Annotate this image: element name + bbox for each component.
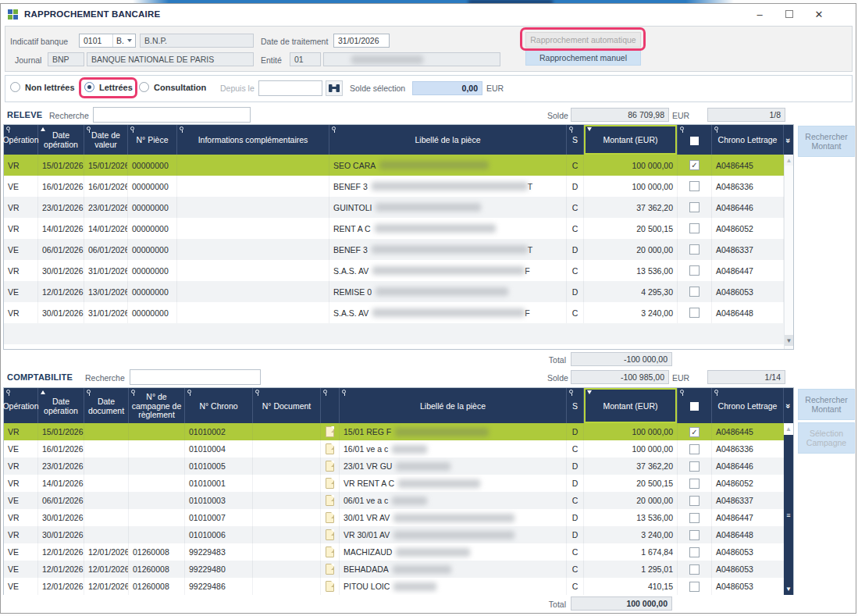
col-header-document-no[interactable]: N° Document <box>253 388 321 423</box>
releve-scrollbar[interactable]: ▲ ▼ <box>784 155 793 349</box>
col-header-chrono-no[interactable]: N° Chrono <box>185 388 253 423</box>
document-icon[interactable] <box>326 478 334 489</box>
col-header-s[interactable]: S <box>567 388 584 423</box>
col-header-montant[interactable]: Montant (EUR) <box>584 388 678 423</box>
document-icon[interactable] <box>326 426 334 437</box>
col-header-select-all[interactable] <box>678 125 712 155</box>
scroll-up-button[interactable]: ▲ <box>784 423 793 435</box>
scroll-down-button[interactable]: ▼ <box>785 335 793 346</box>
row-checkbox[interactable] <box>689 202 700 212</box>
table-row[interactable]: VR 30/01/2026 01010007 30/01 VR AV D 13 … <box>4 509 793 526</box>
date-traitement-field[interactable]: 31/01/2026 <box>333 34 390 48</box>
table-row[interactable]: VE 12/01/2026 12/01/2026 01260008 992294… <box>4 578 793 595</box>
radio-consultation-label[interactable]: Consultation <box>154 83 206 92</box>
row-checkbox[interactable] <box>689 444 700 454</box>
select-all-checkbox[interactable] <box>690 402 699 411</box>
table-row[interactable]: VR 30/01/2026 31/01/2026 00000000 S.A.S.… <box>4 302 793 323</box>
col-header-operation[interactable]: Opération <box>4 388 38 423</box>
close-button[interactable]: ✕ <box>807 6 831 22</box>
scroll-down-button[interactable]: ▼ <box>784 583 793 594</box>
col-header-date-valeur[interactable]: Date de valeur <box>84 125 128 155</box>
col-header-date-document[interactable]: Date document <box>84 388 129 423</box>
col-header-libelle[interactable]: Libellé de la pièce <box>340 388 567 423</box>
col-header-select-all[interactable] <box>678 388 712 423</box>
row-checkbox[interactable] <box>689 160 700 170</box>
row-checkbox[interactable] <box>689 223 700 233</box>
row-checkbox[interactable] <box>689 265 700 276</box>
table-row[interactable]: VE 12/01/2026 12/01/2026 01260008 992294… <box>4 543 793 561</box>
row-checkbox[interactable] <box>689 547 700 557</box>
document-icon[interactable] <box>326 443 334 454</box>
col-header-document-icon[interactable] <box>321 388 340 423</box>
releve-rechercher-montant-button[interactable]: Rechercher Montant <box>798 126 855 157</box>
table-row[interactable]: VR 23/01/2026 01010005 23/01 VR GU D 37 … <box>4 458 793 475</box>
row-checkbox[interactable] <box>689 513 700 523</box>
col-header-campagne[interactable]: N° de campagne de règlement <box>129 388 185 423</box>
table-row[interactable]: VR 30/01/2026 31/01/2026 00000000 S.A.S.… <box>4 260 793 281</box>
document-icon[interactable] <box>326 512 334 523</box>
row-checkbox[interactable] <box>689 479 700 489</box>
scroll-thumb[interactable]: ≡ <box>784 435 793 595</box>
compta-scrollbar[interactable]: ▲ ≡ ▼ <box>784 423 793 595</box>
radio-lettrees-label[interactable]: Lettrées <box>99 83 133 92</box>
col-header-infos[interactable]: Informations complémentaires <box>177 125 329 155</box>
document-icon[interactable] <box>326 547 334 557</box>
document-icon[interactable] <box>326 461 334 472</box>
col-header-expand[interactable]: » <box>784 388 793 423</box>
col-header-montant[interactable]: Montant (EUR) <box>584 125 678 155</box>
row-checkbox[interactable] <box>689 287 700 297</box>
row-checkbox[interactable] <box>689 308 700 318</box>
compta-recherche-input[interactable] <box>130 369 261 385</box>
select-all-checkbox[interactable] <box>690 137 699 145</box>
row-checkbox[interactable] <box>689 181 700 191</box>
col-header-chrono[interactable]: Chrono Lettrage <box>712 388 784 423</box>
document-icon[interactable] <box>326 581 334 592</box>
document-icon[interactable] <box>326 529 334 540</box>
table-row[interactable]: VE 16/01/2026 01010004 16/01 ve a c C 10… <box>4 440 793 458</box>
selection-campagne-button[interactable]: Sélection Campagne <box>798 422 855 454</box>
table-row[interactable]: VR 30/01/2026 01010006 VR 30/01 AV D 3 2… <box>4 526 793 543</box>
row-checkbox[interactable] <box>689 496 700 506</box>
table-row[interactable]: VE 16/01/2026 16/01/2026 00000000 BENEF … <box>4 176 793 197</box>
radio-consultation[interactable] <box>139 82 149 92</box>
depuis-le-input[interactable] <box>258 80 322 96</box>
table-row[interactable]: VR 14/01/2026 01010001 VR RENT A C D 20 … <box>4 475 793 492</box>
row-checkbox[interactable] <box>689 427 700 437</box>
indicatif-banque-combo[interactable]: 0101 B. <box>79 34 136 48</box>
table-row[interactable]: VE 06/01/2026 06/01/2026 00000000 BENEF … <box>4 239 793 260</box>
table-row[interactable]: VE 12/01/2026 13/01/2026 00000000 REMISE… <box>4 281 793 302</box>
col-header-s[interactable]: S <box>567 125 584 155</box>
table-row[interactable]: VR 15/01/2026 01010002 15/01 REG F D 100… <box>4 423 793 440</box>
col-header-operation[interactable]: Opération <box>4 125 38 155</box>
col-header-date-operation[interactable]: Date opération <box>38 388 84 423</box>
col-header-piece[interactable]: N° Pièce <box>128 125 177 155</box>
table-row[interactable]: VR 15/01/2026 15/01/2026 00000000 SEO CA… <box>4 155 793 176</box>
col-header-chrono[interactable]: Chrono Lettrage <box>712 125 784 155</box>
row-checkbox[interactable] <box>689 461 700 472</box>
col-header-date-operation[interactable]: Date opération <box>38 125 84 155</box>
table-row[interactable]: VR 14/01/2026 14/01/2026 00000000 RENT A… <box>4 218 793 239</box>
releve-recherche-input[interactable] <box>93 107 251 123</box>
indicatif-dropdown[interactable]: B. <box>112 34 135 47</box>
maximize-button[interactable] <box>778 6 801 22</box>
row-checkbox[interactable] <box>689 530 700 540</box>
row-checkbox[interactable] <box>689 582 700 592</box>
table-row[interactable]: VE 06/01/2026 01010003 06/01 ve a c C 20… <box>4 492 793 509</box>
table-row[interactable]: VR 23/01/2026 23/01/2026 00000000 GUINTO… <box>4 197 793 218</box>
compta-rechercher-montant-button[interactable]: Rechercher Montant <box>798 389 855 420</box>
row-checkbox[interactable] <box>689 564 700 575</box>
document-icon[interactable] <box>326 495 334 506</box>
rapprochement-manuel-button[interactable]: Rapprochement manuel <box>525 50 641 66</box>
radio-non-lettrees-label[interactable]: Non lettrées <box>25 83 75 92</box>
radio-non-lettrees[interactable] <box>10 82 20 92</box>
document-icon[interactable] <box>326 564 334 575</box>
table-row[interactable]: VE 12/01/2026 12/01/2026 01260008 992294… <box>4 561 793 578</box>
minimize-button[interactable]: – <box>748 6 771 22</box>
radio-lettrees[interactable] <box>84 82 94 92</box>
row-checkbox[interactable] <box>689 244 700 255</box>
col-header-libelle[interactable]: Libellé de la pièce <box>329 125 567 155</box>
col-header-expand[interactable]: » <box>784 125 793 155</box>
scroll-up-button[interactable]: ▲ <box>785 155 793 166</box>
rapprochement-automatique-button[interactable]: Rapprochement automatique <box>525 32 641 48</box>
search-binoculars-button[interactable] <box>326 80 343 96</box>
